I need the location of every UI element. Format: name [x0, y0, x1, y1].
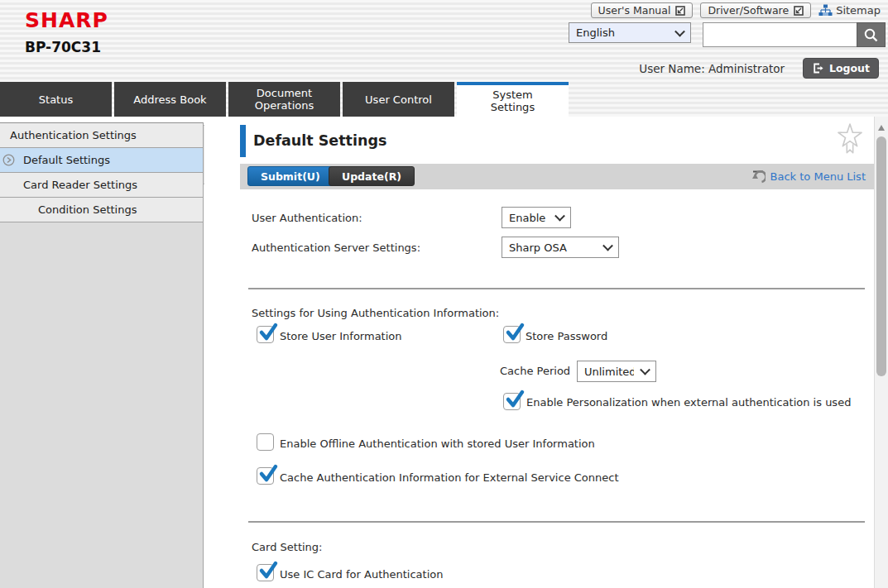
sidebar-item-condition-settings[interactable]: Condition Settings [0, 198, 203, 222]
external-link-icon [675, 6, 685, 16]
sidebar-filler [0, 222, 203, 588]
store-password-label: Store Password [526, 328, 607, 345]
search-box [703, 22, 886, 47]
user-authentication-select[interactable]: Enable [502, 207, 571, 228]
sidebar: Authentication Settings Default Settings… [0, 122, 204, 588]
cache-authentication-external-label: Cache Authentication Information for Ext… [280, 470, 619, 486]
section-divider [248, 521, 865, 523]
sidebar-item-authentication-settings[interactable]: Authentication Settings [0, 123, 203, 148]
driver-software-label: Driver/Software [708, 4, 789, 17]
content-panel: Default Settings Submit(U) Update(R) Bac… [204, 117, 874, 588]
search-input[interactable] [703, 22, 857, 47]
tab-document-operations[interactable]: Document Operations [228, 82, 340, 117]
back-to-menu-link[interactable]: Back to Menu List [750, 164, 866, 189]
section-divider [248, 288, 865, 289]
tab-user-control[interactable]: User Control [343, 82, 454, 117]
checkbox-enable-offline-authentication[interactable] [257, 433, 274, 451]
card-setting-heading: Card Setting: [252, 541, 322, 553]
tab-system-settings[interactable]: System Settings [457, 82, 569, 117]
sidebar-item-card-reader-settings[interactable]: Card Reader Settings [0, 173, 203, 198]
submit-button[interactable]: Submit(U) [247, 166, 334, 186]
checkbox-use-ic-card[interactable] [257, 564, 274, 581]
sitemap-label: Sitemap [836, 4, 881, 17]
checkbox-store-password[interactable] [503, 326, 521, 343]
language-select[interactable]: English [569, 22, 691, 43]
users-manual-button[interactable]: User's Manual [591, 2, 694, 18]
logout-button[interactable]: Logout [803, 58, 879, 79]
page-title: Default Settings [253, 127, 386, 155]
enable-personalization-label: Enable Personalization when external aut… [526, 394, 859, 411]
external-link-icon [794, 6, 804, 16]
user-area: User Name: Administrator Logout [639, 58, 879, 79]
search-button[interactable] [857, 22, 886, 47]
back-to-menu-icon [750, 170, 766, 184]
checkbox-store-user-information[interactable] [257, 326, 274, 343]
sitemap-icon [818, 4, 833, 17]
tab-address-book[interactable]: Address Book [114, 82, 226, 117]
check-icon [257, 464, 279, 484]
header-links: User's Manual Driver/Software [591, 2, 881, 18]
auth-info-section-heading: Settings for Using Authentication Inform… [252, 307, 499, 319]
cache-period-label: Cache Period [500, 361, 570, 382]
check-icon [257, 561, 279, 581]
checkbox-enable-personalization[interactable] [503, 393, 521, 410]
check-icon [504, 390, 526, 409]
user-authentication-label: User Authentication: [252, 208, 362, 229]
selected-item-icon [2, 154, 15, 166]
page: SHARP BP-70C31 User's Manual Driver/Soft… [0, 0, 888, 588]
favorite-star-icon[interactable] [835, 123, 865, 156]
authentication-server-select[interactable]: Sharp OSA [502, 237, 619, 258]
sharp-logo: SHARP [25, 8, 108, 32]
action-toolbar: Submit(U) Update(R) Back to Menu List [240, 164, 874, 189]
checkbox-cache-authentication-external[interactable] [257, 467, 274, 485]
main-tabs: Status Address Book Document Operations … [0, 82, 569, 117]
user-name-text: User Name: Administrator [639, 62, 785, 75]
scrollbar-thumb[interactable] [876, 136, 886, 376]
driver-software-button[interactable]: Driver/Software [700, 2, 811, 18]
tab-status[interactable]: Status [0, 82, 112, 117]
authentication-server-label: Authentication Server Settings: [252, 237, 420, 259]
enable-offline-authentication-label: Enable Offline Authentication with store… [280, 436, 595, 452]
logout-label: Logout [829, 62, 870, 74]
model-name: BP-70C31 [25, 39, 101, 55]
search-icon [863, 27, 879, 43]
check-icon [504, 323, 526, 342]
header: SHARP BP-70C31 User's Manual Driver/Soft… [0, 0, 888, 117]
sitemap-link[interactable]: Sitemap [818, 4, 881, 17]
back-to-menu-label: Back to Menu List [770, 170, 866, 183]
users-manual-label: User's Manual [598, 4, 671, 17]
header-controls: English [569, 22, 886, 47]
update-button[interactable]: Update(R) [329, 166, 415, 186]
sidebar-item-label: Default Settings [23, 154, 110, 166]
store-user-information-label: Store User Information [280, 328, 402, 345]
title-accent-bar [240, 125, 246, 157]
sidebar-item-default-settings[interactable]: Default Settings [0, 148, 203, 173]
check-icon [257, 323, 279, 342]
use-ic-card-label: Use IC Card for Authentication [280, 566, 443, 583]
cache-period-select[interactable]: Unlimited [577, 361, 656, 382]
up-arrow-icon [878, 125, 885, 131]
scrollbar-up-button[interactable] [875, 122, 888, 133]
vertical-scrollbar [874, 117, 888, 588]
logout-icon [812, 62, 824, 74]
